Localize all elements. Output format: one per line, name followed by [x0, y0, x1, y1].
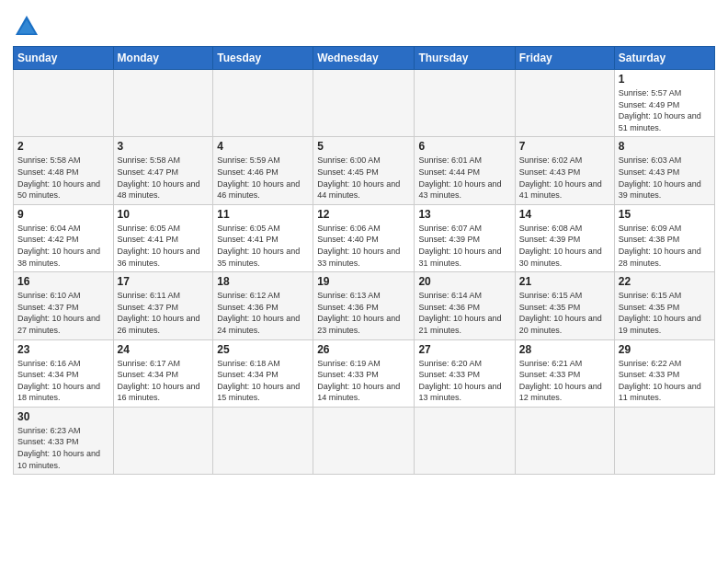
day-number: 3	[118, 140, 210, 153]
week-row-1: 2Sunrise: 5:58 AMSunset: 4:48 PMDaylight…	[14, 137, 715, 204]
weekday-header-sunday: Sunday	[14, 47, 114, 70]
day-info: Sunrise: 6:05 AMSunset: 4:41 PMDaylight:…	[118, 223, 210, 269]
calendar-cell: 19Sunrise: 6:13 AMSunset: 4:36 PMDayligh…	[313, 272, 415, 339]
day-info: Sunrise: 6:22 AMSunset: 4:33 PMDaylight:…	[619, 358, 711, 404]
day-number: 14	[519, 208, 610, 221]
day-number: 30	[17, 410, 109, 423]
calendar-cell	[113, 70, 213, 137]
day-info: Sunrise: 6:02 AMSunset: 4:43 PMDaylight:…	[519, 155, 610, 201]
calendar-cell: 26Sunrise: 6:19 AMSunset: 4:33 PMDayligh…	[313, 339, 415, 407]
day-number: 11	[217, 208, 309, 221]
day-number: 6	[418, 140, 510, 153]
calendar-cell: 12Sunrise: 6:06 AMSunset: 4:40 PMDayligh…	[313, 204, 415, 271]
calendar-cell: 29Sunrise: 6:22 AMSunset: 4:33 PMDayligh…	[614, 339, 714, 407]
day-number: 22	[619, 275, 711, 288]
calendar-cell: 22Sunrise: 6:15 AMSunset: 4:35 PMDayligh…	[614, 272, 714, 339]
day-number: 20	[418, 275, 510, 288]
week-row-5: 30Sunrise: 6:23 AMSunset: 4:33 PMDayligh…	[14, 407, 715, 474]
calendar-cell	[313, 407, 415, 474]
calendar-cell	[614, 407, 714, 474]
day-number: 9	[17, 208, 109, 221]
header	[13, 9, 715, 40]
calendar-cell	[313, 70, 415, 137]
calendar-cell: 15Sunrise: 6:09 AMSunset: 4:38 PMDayligh…	[614, 204, 714, 271]
day-number: 19	[317, 275, 410, 288]
calendar-cell: 25Sunrise: 6:18 AMSunset: 4:34 PMDayligh…	[213, 339, 313, 407]
day-info: Sunrise: 6:06 AMSunset: 4:40 PMDaylight:…	[317, 223, 410, 269]
calendar-cell: 17Sunrise: 6:11 AMSunset: 4:37 PMDayligh…	[113, 272, 213, 339]
week-row-0: 1Sunrise: 5:57 AMSunset: 4:49 PMDaylight…	[14, 70, 715, 137]
day-info: Sunrise: 6:15 AMSunset: 4:35 PMDaylight:…	[619, 290, 711, 336]
calendar-cell: 23Sunrise: 6:16 AMSunset: 4:34 PMDayligh…	[14, 339, 114, 407]
calendar-cell: 8Sunrise: 6:03 AMSunset: 4:43 PMDaylight…	[614, 137, 714, 204]
day-info: Sunrise: 6:03 AMSunset: 4:43 PMDaylight:…	[619, 155, 711, 201]
day-number: 26	[317, 343, 410, 356]
day-number: 5	[317, 140, 410, 153]
day-info: Sunrise: 6:08 AMSunset: 4:39 PMDaylight:…	[519, 223, 610, 269]
calendar-cell: 11Sunrise: 6:05 AMSunset: 4:41 PMDayligh…	[213, 204, 313, 271]
calendar-cell	[113, 407, 213, 474]
day-number: 15	[619, 208, 711, 221]
weekday-header-row: SundayMondayTuesdayWednesdayThursdayFrid…	[14, 47, 715, 70]
weekday-header-monday: Monday	[113, 47, 213, 70]
calendar-cell: 30Sunrise: 6:23 AMSunset: 4:33 PMDayligh…	[14, 407, 114, 474]
page: SundayMondayTuesdayWednesdayThursdayFrid…	[0, 0, 728, 563]
day-number: 12	[317, 208, 410, 221]
calendar-cell: 2Sunrise: 5:58 AMSunset: 4:48 PMDaylight…	[14, 137, 114, 204]
calendar-table: SundayMondayTuesdayWednesdayThursdayFrid…	[13, 46, 715, 475]
calendar-cell	[415, 407, 515, 474]
calendar-cell: 9Sunrise: 6:04 AMSunset: 4:42 PMDaylight…	[14, 204, 114, 271]
calendar-cell: 28Sunrise: 6:21 AMSunset: 4:33 PMDayligh…	[515, 339, 614, 407]
day-number: 18	[217, 275, 309, 288]
calendar-cell: 10Sunrise: 6:05 AMSunset: 4:41 PMDayligh…	[113, 204, 213, 271]
day-info: Sunrise: 6:13 AMSunset: 4:36 PMDaylight:…	[317, 290, 410, 336]
weekday-header-wednesday: Wednesday	[313, 47, 415, 70]
day-info: Sunrise: 6:15 AMSunset: 4:35 PMDaylight:…	[519, 290, 610, 336]
calendar-cell: 16Sunrise: 6:10 AMSunset: 4:37 PMDayligh…	[14, 272, 114, 339]
day-info: Sunrise: 6:17 AMSunset: 4:34 PMDaylight:…	[118, 358, 210, 404]
day-info: Sunrise: 6:07 AMSunset: 4:39 PMDaylight:…	[418, 223, 510, 269]
day-number: 24	[118, 343, 210, 356]
weekday-header-tuesday: Tuesday	[213, 47, 313, 70]
calendar-cell: 1Sunrise: 5:57 AMSunset: 4:49 PMDaylight…	[614, 70, 714, 137]
day-info: Sunrise: 6:19 AMSunset: 4:33 PMDaylight:…	[317, 358, 410, 404]
day-number: 2	[17, 140, 109, 153]
logo-icon	[13, 13, 40, 40]
calendar-cell: 7Sunrise: 6:02 AMSunset: 4:43 PMDaylight…	[515, 137, 614, 204]
day-info: Sunrise: 6:20 AMSunset: 4:33 PMDaylight:…	[418, 358, 510, 404]
day-number: 4	[217, 140, 309, 153]
calendar-cell	[213, 407, 313, 474]
week-row-4: 23Sunrise: 6:16 AMSunset: 4:34 PMDayligh…	[14, 339, 715, 407]
day-info: Sunrise: 6:09 AMSunset: 4:38 PMDaylight:…	[619, 223, 711, 269]
calendar-cell: 18Sunrise: 6:12 AMSunset: 4:36 PMDayligh…	[213, 272, 313, 339]
calendar-cell: 4Sunrise: 5:59 AMSunset: 4:46 PMDaylight…	[213, 137, 313, 204]
day-info: Sunrise: 5:59 AMSunset: 4:46 PMDaylight:…	[217, 155, 309, 201]
day-number: 29	[619, 343, 711, 356]
logo	[13, 13, 44, 40]
calendar-cell: 14Sunrise: 6:08 AMSunset: 4:39 PMDayligh…	[515, 204, 614, 271]
day-info: Sunrise: 6:12 AMSunset: 4:36 PMDaylight:…	[217, 290, 309, 336]
day-info: Sunrise: 6:00 AMSunset: 4:45 PMDaylight:…	[317, 155, 410, 201]
calendar-cell: 5Sunrise: 6:00 AMSunset: 4:45 PMDaylight…	[313, 137, 415, 204]
day-info: Sunrise: 5:57 AMSunset: 4:49 PMDaylight:…	[619, 87, 711, 133]
day-info: Sunrise: 6:14 AMSunset: 4:36 PMDaylight:…	[418, 290, 510, 336]
day-number: 17	[118, 275, 210, 288]
calendar-cell: 24Sunrise: 6:17 AMSunset: 4:34 PMDayligh…	[113, 339, 213, 407]
week-row-3: 16Sunrise: 6:10 AMSunset: 4:37 PMDayligh…	[14, 272, 715, 339]
day-number: 16	[17, 275, 109, 288]
day-info: Sunrise: 5:58 AMSunset: 4:48 PMDaylight:…	[17, 155, 109, 201]
day-number: 1	[619, 73, 711, 86]
calendar-cell	[415, 70, 515, 137]
day-info: Sunrise: 6:10 AMSunset: 4:37 PMDaylight:…	[17, 290, 109, 336]
day-number: 25	[217, 343, 309, 356]
calendar-cell	[213, 70, 313, 137]
calendar-cell: 6Sunrise: 6:01 AMSunset: 4:44 PMDaylight…	[415, 137, 515, 204]
day-info: Sunrise: 6:21 AMSunset: 4:33 PMDaylight:…	[519, 358, 610, 404]
day-info: Sunrise: 6:16 AMSunset: 4:34 PMDaylight:…	[17, 358, 109, 404]
day-info: Sunrise: 6:18 AMSunset: 4:34 PMDaylight:…	[217, 358, 309, 404]
weekday-header-friday: Friday	[515, 47, 614, 70]
week-row-2: 9Sunrise: 6:04 AMSunset: 4:42 PMDaylight…	[14, 204, 715, 271]
day-number: 28	[519, 343, 610, 356]
calendar-cell: 13Sunrise: 6:07 AMSunset: 4:39 PMDayligh…	[415, 204, 515, 271]
day-number: 10	[118, 208, 210, 221]
